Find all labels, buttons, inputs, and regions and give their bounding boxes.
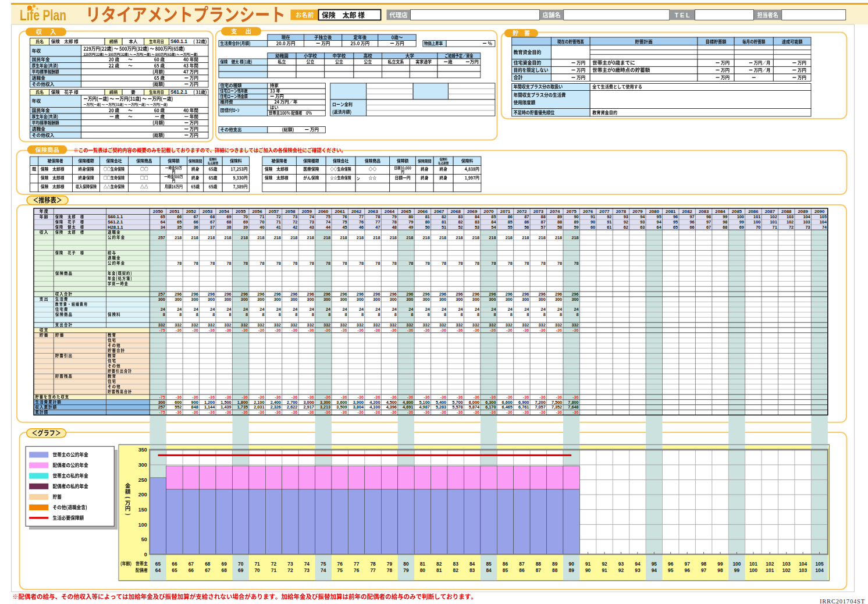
svg-text:71: 71 — [773, 225, 777, 230]
svg-text:78: 78 — [475, 261, 479, 266]
svg-text:89: 89 — [557, 214, 562, 219]
svg-text:81: 81 — [436, 567, 442, 573]
svg-text:24: 24 — [293, 307, 298, 312]
svg-text:1,200: 1,200 — [204, 400, 215, 405]
svg-text:69: 69 — [238, 567, 244, 573]
svg-text:332: 332 — [539, 322, 546, 328]
svg-text:300: 300 — [191, 297, 198, 302]
svg-text:64: 64 — [657, 225, 662, 230]
svg-text:296: 296 — [208, 292, 215, 297]
svg-text:86: 86 — [519, 567, 525, 573]
svg-text:2067: 2067 — [434, 209, 444, 214]
svg-text:4,691: 4,691 — [403, 404, 413, 410]
svg-text:73: 73 — [310, 219, 314, 225]
svg-text:50: 50 — [425, 225, 430, 230]
svg-text:67: 67 — [210, 219, 215, 225]
svg-text:73: 73 — [304, 567, 310, 573]
svg-text:332: 332 — [241, 322, 248, 328]
svg-text:78: 78 — [574, 261, 578, 266]
svg-text:6,170: 6,170 — [485, 404, 496, 410]
svg-text:87: 87 — [536, 567, 542, 573]
svg-text:2063: 2063 — [368, 209, 378, 214]
svg-text:92: 92 — [618, 567, 624, 573]
svg-text:66: 66 — [172, 561, 177, 567]
svg-text:-36: -36 — [440, 410, 447, 415]
svg-text:2069: 2069 — [467, 209, 478, 214]
svg-text:-36: -36 — [506, 328, 513, 333]
svg-text:-75: -75 — [159, 395, 165, 400]
svg-text:H28.1.1: H28.1.1 — [108, 225, 123, 230]
svg-text:3,000: 3,000 — [304, 400, 314, 405]
svg-text:96: 96 — [689, 219, 694, 225]
svg-text:24: 24 — [508, 307, 513, 312]
svg-text:S60.1.1: S60.1.1 — [108, 214, 123, 219]
svg-text:300: 300 — [456, 297, 463, 302]
svg-text:332: 332 — [456, 322, 463, 328]
svg-text:296: 296 — [274, 292, 281, 297]
svg-text:100: 100 — [732, 561, 741, 567]
svg-text:98: 98 — [706, 214, 711, 219]
svg-text:24: 24 — [243, 307, 248, 312]
svg-text:94: 94 — [640, 214, 645, 219]
svg-text:24: 24 — [210, 307, 215, 312]
svg-text:218: 218 — [323, 235, 330, 240]
svg-text:300: 300 — [506, 297, 513, 302]
svg-text:296: 296 — [224, 292, 231, 297]
svg-text:82: 82 — [453, 567, 459, 573]
svg-text:296: 296 — [191, 292, 198, 297]
svg-text:-36: -36 — [225, 395, 232, 400]
svg-text:39: 39 — [243, 225, 248, 230]
svg-text:2054: 2054 — [219, 209, 230, 214]
svg-text:88: 88 — [536, 561, 542, 567]
svg-text:848: 848 — [191, 404, 198, 410]
svg-text:2081: 2081 — [666, 209, 676, 214]
svg-text:-36: -36 — [291, 410, 298, 415]
svg-text:2077: 2077 — [599, 209, 609, 214]
svg-text:5,700: 5,700 — [452, 400, 463, 405]
svg-text:35: 35 — [177, 225, 182, 230]
svg-text:6,300: 6,300 — [485, 400, 496, 405]
svg-text:105: 105 — [820, 214, 827, 219]
svg-text:332: 332 — [555, 322, 562, 328]
svg-text:97: 97 — [689, 214, 694, 219]
svg-text:24: 24 — [326, 307, 331, 312]
svg-text:2,326: 2,326 — [271, 404, 281, 410]
svg-text:46: 46 — [359, 225, 364, 230]
svg-text:74: 74 — [822, 225, 827, 230]
svg-text:2055: 2055 — [236, 209, 246, 214]
svg-text:102: 102 — [766, 561, 774, 567]
svg-text:67: 67 — [194, 214, 198, 219]
svg-text:296: 296 — [489, 292, 496, 297]
svg-text:296: 296 — [423, 292, 430, 297]
svg-text:2,031: 2,031 — [254, 404, 264, 410]
svg-text:75: 75 — [321, 561, 326, 567]
svg-text:332: 332 — [423, 322, 430, 328]
svg-text:68: 68 — [227, 219, 232, 225]
svg-text:300: 300 — [539, 297, 546, 302]
svg-text:71: 71 — [271, 567, 277, 573]
svg-text:332: 332 — [175, 322, 182, 328]
svg-text:89: 89 — [574, 219, 578, 225]
svg-text:300: 300 — [373, 297, 380, 302]
svg-text:218: 218 — [373, 235, 380, 240]
svg-text:40: 40 — [259, 225, 264, 230]
svg-text:8: 8 — [229, 312, 232, 317]
svg-text:2057: 2057 — [269, 209, 279, 214]
svg-text:-36: -36 — [341, 410, 347, 415]
svg-text:37: 37 — [210, 225, 215, 230]
svg-text:78: 78 — [387, 567, 393, 573]
svg-text:80: 80 — [425, 219, 430, 225]
svg-text:91: 91 — [602, 567, 607, 573]
svg-text:150: 150 — [138, 507, 147, 513]
svg-text:-36: -36 — [209, 328, 215, 333]
svg-text:6,600: 6,600 — [502, 400, 513, 405]
svg-text:296: 296 — [522, 292, 529, 297]
svg-text:296: 296 — [555, 292, 562, 297]
svg-text:74: 74 — [321, 567, 326, 573]
svg-text:300: 300 — [390, 297, 397, 302]
svg-text:7,800: 7,800 — [568, 400, 578, 405]
svg-text:7,057: 7,057 — [535, 404, 545, 410]
svg-text:-36: -36 — [258, 410, 265, 415]
svg-text:78: 78 — [508, 261, 513, 266]
svg-text:300: 300 — [522, 297, 529, 302]
